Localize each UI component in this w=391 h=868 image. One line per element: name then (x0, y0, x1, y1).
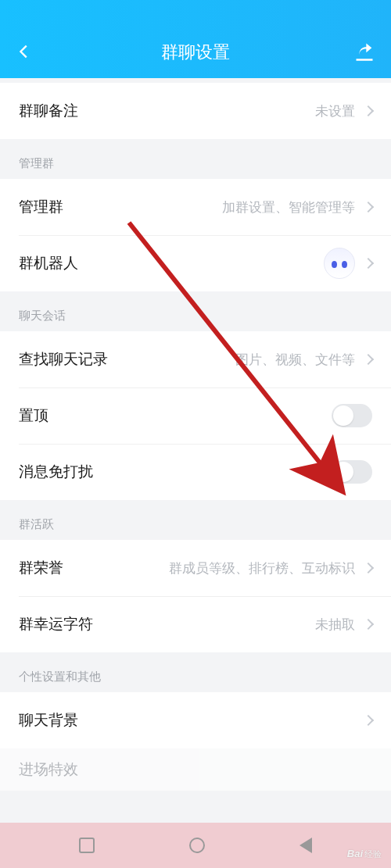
watermark: Bai经验 (347, 848, 382, 860)
chevron-right-icon (363, 202, 374, 213)
row-label: 消息免打扰 (19, 462, 93, 482)
section-header-manage: 管理群 (0, 139, 391, 179)
share-button[interactable] (353, 41, 375, 66)
chevron-right-icon (363, 563, 374, 573)
page-title: 群聊设置 (16, 41, 375, 64)
row-label: 查找聊天记录 (19, 349, 108, 370)
row-value: 群成员等级、排行榜、互动标识 (63, 559, 360, 577)
row-entrance-effect[interactable]: 进场特效 (0, 748, 391, 791)
row-label: 群荣誉 (19, 558, 63, 578)
row-group-bot[interactable]: 群机器人 (0, 235, 391, 291)
pin-toggle[interactable] (332, 404, 372, 427)
chevron-right-icon (363, 354, 374, 365)
nav-back-icon[interactable] (300, 838, 312, 853)
group-remark-section: 群聊备注 未设置 (0, 83, 391, 139)
android-nav-bar: Bai经验 (0, 823, 391, 868)
chevron-right-icon (363, 258, 374, 269)
row-value: 未设置 (78, 102, 360, 120)
row-do-not-disturb[interactable]: 消息免打扰 (0, 444, 391, 500)
other-section: 聊天背景 (0, 692, 391, 748)
row-label: 群聊备注 (19, 101, 78, 121)
row-label: 群幸运字符 (19, 614, 93, 634)
row-label: 管理群 (19, 197, 63, 217)
row-pin-top[interactable]: 置顶 (0, 388, 391, 444)
chevron-right-icon (363, 715, 374, 726)
chevron-right-icon (363, 105, 374, 116)
row-lucky-char[interactable]: 群幸运字符 未抽取 (0, 596, 391, 652)
section-header-chat: 聊天会话 (0, 291, 391, 331)
manage-section: 管理群 加群设置、智能管理等 群机器人 (0, 179, 391, 291)
row-manage-group[interactable]: 管理群 加群设置、智能管理等 (0, 179, 391, 235)
header-bar: 群聊设置 (0, 0, 391, 78)
row-label: 进场特效 (19, 759, 78, 780)
chevron-right-icon (363, 619, 374, 630)
nav-home-icon[interactable] (189, 838, 205, 853)
back-button[interactable] (16, 42, 33, 64)
active-section: 群荣誉 群成员等级、排行榜、互动标识 群幸运字符 未抽取 (0, 540, 391, 652)
row-group-remark[interactable]: 群聊备注 未设置 (0, 83, 391, 139)
nav-recent-icon[interactable] (79, 838, 95, 853)
bot-avatar-icon (324, 248, 355, 279)
row-value: 未抽取 (93, 616, 360, 634)
section-header-other: 个性设置和其他 (0, 652, 391, 692)
row-label: 置顶 (19, 405, 48, 426)
row-value: 图片、视频、文件等 (108, 351, 360, 369)
row-group-honor[interactable]: 群荣誉 群成员等级、排行榜、互动标识 (0, 540, 391, 596)
section-header-active: 群活跃 (0, 500, 391, 540)
row-value: 加群设置、智能管理等 (63, 198, 360, 216)
row-label: 聊天背景 (19, 710, 78, 730)
row-search-history[interactable]: 查找聊天记录 图片、视频、文件等 (0, 331, 391, 388)
chat-section: 查找聊天记录 图片、视频、文件等 置顶 消息免打扰 (0, 331, 391, 500)
dnd-toggle[interactable] (332, 460, 372, 484)
row-label: 群机器人 (19, 253, 78, 273)
row-chat-background[interactable]: 聊天背景 (0, 692, 391, 748)
